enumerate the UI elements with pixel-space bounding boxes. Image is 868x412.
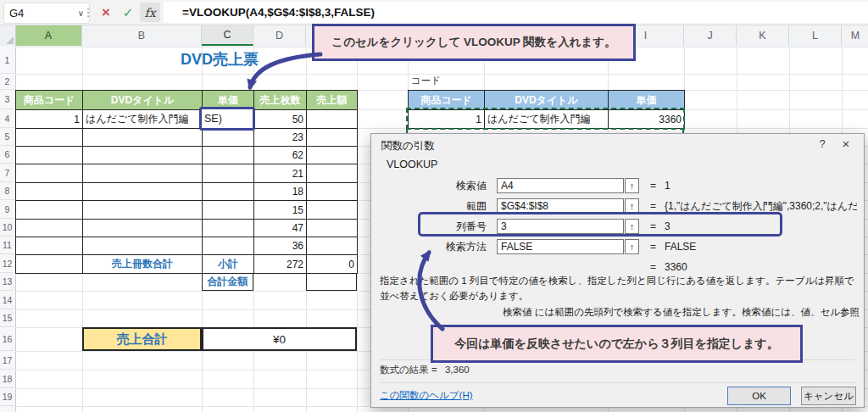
column-header-L[interactable]: L bbox=[789, 25, 842, 46]
cell-b8[interactable] bbox=[83, 183, 203, 201]
column-header-B[interactable]: B bbox=[82, 25, 202, 46]
row-header-4[interactable]: 4 bbox=[0, 109, 14, 128]
row-header-6[interactable]: 6 bbox=[0, 146, 14, 164]
equals-sign: = bbox=[650, 180, 656, 192]
cell-d9[interactable]: 15 bbox=[254, 201, 307, 220]
cell-b9[interactable] bbox=[83, 201, 203, 220]
cell-c6[interactable] bbox=[203, 147, 254, 164]
lookup-value-input[interactable]: A4 bbox=[497, 178, 624, 193]
function-help-link[interactable]: この関数のヘルプ(H) bbox=[380, 389, 473, 402]
cell-c11[interactable] bbox=[203, 237, 254, 255]
cancel-icon[interactable]: × bbox=[96, 3, 116, 22]
cell-b12[interactable]: 売上冊数合計 bbox=[83, 255, 203, 274]
row-header-2[interactable]: 2 bbox=[0, 74, 14, 90]
close-icon[interactable]: × bbox=[838, 136, 854, 152]
cell-e3[interactable]: 売上額 bbox=[307, 91, 358, 110]
cell-a4[interactable]: 1 bbox=[16, 110, 83, 129]
cell-b16-sales-total-label[interactable]: 売上合計 bbox=[82, 327, 202, 351]
cell-b4[interactable]: はんだごて制作入門編 bbox=[83, 110, 203, 129]
cell-a3[interactable]: 商品コード bbox=[16, 91, 83, 110]
help-icon[interactable]: ? bbox=[815, 137, 830, 153]
row-header-8[interactable]: 8 bbox=[0, 182, 14, 200]
cell-a6[interactable] bbox=[16, 147, 83, 164]
cell-d8[interactable]: 18 bbox=[254, 183, 307, 201]
cell-e11[interactable] bbox=[307, 237, 358, 255]
cell-b3[interactable]: DVDタイトル bbox=[83, 91, 203, 110]
range-picker-icon[interactable]: ↑ bbox=[625, 178, 639, 193]
cell-d6[interactable]: 62 bbox=[254, 147, 307, 164]
cell-e12[interactable]: 0 bbox=[307, 255, 358, 274]
cell-c5[interactable] bbox=[203, 129, 254, 147]
cell-d4[interactable]: 50 bbox=[254, 110, 307, 129]
row-header-1[interactable]: 1 bbox=[0, 47, 14, 74]
cell-c7[interactable] bbox=[203, 164, 254, 183]
row-header-16[interactable]: 16 bbox=[0, 327, 14, 351]
cell-e4[interactable] bbox=[307, 110, 358, 129]
row-header-13[interactable]: 13 bbox=[0, 273, 14, 291]
insert-function-icon[interactable]: fx bbox=[140, 3, 160, 22]
row-header-5[interactable]: 5 bbox=[0, 128, 14, 146]
row-header-9[interactable]: 9 bbox=[0, 200, 14, 219]
cell-a9[interactable] bbox=[16, 201, 83, 220]
cell-b6[interactable] bbox=[83, 147, 203, 164]
cell-c8[interactable] bbox=[203, 183, 254, 201]
cell-e13-grand-total-value[interactable] bbox=[306, 273, 357, 291]
row-header-10[interactable]: 10 bbox=[0, 219, 14, 237]
cell-e9[interactable] bbox=[307, 201, 358, 220]
cell-d5[interactable]: 23 bbox=[254, 129, 307, 147]
cancel-button[interactable]: キャンセル bbox=[801, 387, 856, 405]
cell-a7[interactable] bbox=[16, 164, 83, 183]
row-header-15[interactable]: 15 bbox=[0, 309, 14, 327]
enter-icon[interactable]: ✓ bbox=[118, 3, 138, 22]
cell-d10[interactable]: 47 bbox=[254, 220, 307, 237]
row-header-17[interactable]: 17 bbox=[0, 351, 14, 370]
field-label: 検索値 bbox=[378, 179, 487, 193]
cell-d12[interactable]: 272 bbox=[254, 255, 307, 274]
cell-b11[interactable] bbox=[83, 237, 203, 255]
row-header-3[interactable]: 3 bbox=[0, 90, 14, 109]
column-header-D[interactable]: D bbox=[253, 25, 306, 46]
row-header-7[interactable]: 7 bbox=[0, 164, 14, 182]
cell-e5[interactable] bbox=[307, 129, 358, 147]
cell-d11[interactable]: 36 bbox=[254, 237, 307, 255]
cell-e10[interactable] bbox=[307, 220, 358, 237]
column-header-K[interactable]: K bbox=[737, 25, 789, 46]
splitter-handle-icon[interactable]: ⋮ bbox=[83, 3, 93, 22]
row-header-11[interactable]: 11 bbox=[0, 237, 14, 254]
cell-a11[interactable] bbox=[16, 237, 83, 255]
cell-e7[interactable] bbox=[307, 164, 358, 183]
column-header-C[interactable]: C bbox=[202, 25, 253, 46]
row-header-12[interactable]: 12 bbox=[0, 254, 14, 273]
name-box[interactable]: G4 ∨ bbox=[3, 3, 90, 24]
range-lookup-input[interactable]: FALSE bbox=[497, 239, 624, 254]
column-header-M[interactable]: M bbox=[842, 25, 868, 46]
cell-a12[interactable] bbox=[16, 255, 83, 274]
select-all-corner[interactable] bbox=[0, 25, 16, 46]
cell-b5[interactable] bbox=[83, 129, 203, 147]
cell-a5[interactable] bbox=[16, 129, 83, 147]
cell-a10[interactable] bbox=[16, 220, 83, 237]
cell-c12[interactable]: 小計 bbox=[203, 255, 254, 274]
ok-button[interactable]: OK bbox=[727, 387, 791, 405]
cell-b10[interactable] bbox=[83, 220, 203, 237]
cell-a8[interactable] bbox=[16, 183, 83, 201]
column-header-J[interactable]: J bbox=[684, 25, 737, 46]
cell-b7[interactable] bbox=[83, 164, 203, 183]
cell-e8[interactable] bbox=[307, 183, 358, 201]
cell-c13-grand-total-label[interactable]: 合計金額 bbox=[202, 273, 253, 291]
formula-bar[interactable]: =VLOOKUP(A4,$G$4:$I$8,3,FALSE) bbox=[164, 2, 868, 23]
active-cell-editing[interactable]: SE) bbox=[199, 107, 255, 131]
row-header-14[interactable]: 14 bbox=[0, 291, 14, 309]
callout-col-index: 今回は単価を反映させたいので左から３列目を指定します。 bbox=[431, 325, 803, 363]
cell-c16-sales-total-value[interactable]: ¥0 bbox=[202, 327, 357, 351]
cell-c9[interactable] bbox=[203, 201, 254, 220]
range-picker-icon[interactable]: ↑ bbox=[625, 239, 639, 254]
cell-d7[interactable]: 21 bbox=[254, 164, 307, 183]
cell-c10[interactable] bbox=[203, 220, 254, 237]
row-header-19[interactable]: 19 bbox=[0, 388, 14, 406]
column-header-A[interactable]: A bbox=[15, 25, 82, 46]
argument-hint: 検索値 には範囲の先頭列で検索する値を指定します。検索値には、値、セル参照、また… bbox=[503, 306, 860, 319]
cell-e6[interactable] bbox=[307, 147, 358, 164]
cell-d3[interactable]: 売上枚数 bbox=[254, 91, 307, 110]
row-header-18[interactable]: 18 bbox=[0, 370, 14, 388]
